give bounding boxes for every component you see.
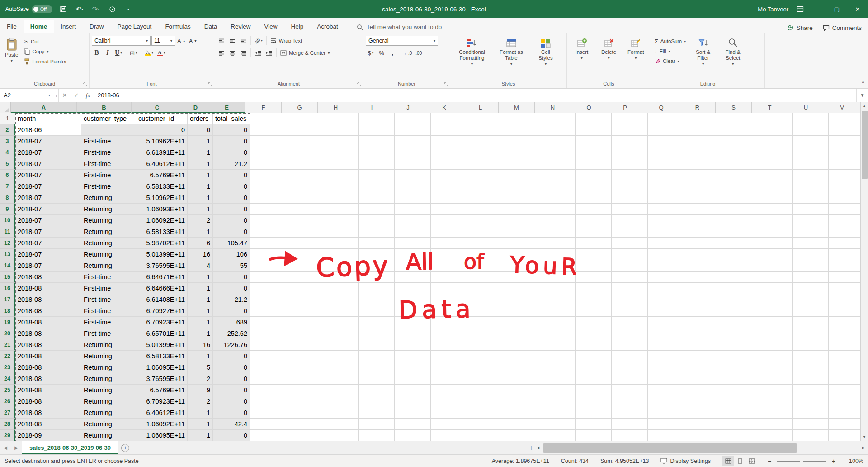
cell-E4[interactable]: 0	[213, 147, 250, 158]
cell-H29[interactable]	[322, 430, 359, 441]
cell-K19[interactable]	[431, 317, 467, 328]
cell-T12[interactable]	[756, 238, 793, 249]
cell-B27[interactable]: Returning	[81, 407, 136, 419]
cell-K29[interactable]	[431, 430, 467, 441]
cell-H24[interactable]	[322, 373, 359, 385]
cell-U28[interactable]	[793, 419, 829, 430]
cell-U10[interactable]	[793, 215, 829, 226]
confirm-entry-button[interactable]: ✓	[71, 89, 82, 102]
cell-A16[interactable]: 2018-08	[15, 283, 81, 294]
paste-button[interactable]: Paste ▾	[2, 36, 21, 65]
row-header-13[interactable]: 13	[0, 249, 15, 260]
row-header-5[interactable]: 5	[0, 158, 15, 170]
cell-L28[interactable]	[467, 419, 503, 430]
cell-R24[interactable]	[684, 373, 720, 385]
scroll-down-button[interactable]: ▼	[861, 433, 868, 441]
cell-J20[interactable]	[395, 328, 431, 339]
cell-B29[interactable]: Returning	[81, 430, 136, 441]
cell-M2[interactable]	[503, 124, 539, 136]
row-header-17[interactable]: 17	[0, 294, 15, 305]
row-header-25[interactable]: 25	[0, 385, 15, 396]
cell-D20[interactable]: 1	[188, 328, 213, 339]
zoom-percentage[interactable]: 100%	[844, 458, 863, 464]
cell-H16[interactable]	[322, 283, 359, 294]
cell-V7[interactable]	[829, 181, 860, 192]
cell-A26[interactable]: 2018-08	[15, 396, 81, 407]
cell-O29[interactable]	[576, 430, 612, 441]
cell-U26[interactable]	[793, 396, 829, 407]
tab-insert[interactable]: Insert	[54, 20, 83, 33]
align-middle-button[interactable]	[227, 36, 237, 46]
new-sheet-button[interactable]: +	[118, 441, 132, 454]
cell-G20[interactable]	[286, 328, 322, 339]
cell-J2[interactable]	[395, 124, 431, 136]
row-header-8[interactable]: 8	[0, 192, 15, 204]
cell-K24[interactable]	[431, 373, 467, 385]
display-settings-button[interactable]: Display Settings	[660, 458, 711, 464]
cell-K22[interactable]	[431, 351, 467, 362]
column-header-L[interactable]: L	[462, 102, 499, 113]
cell-U27[interactable]	[793, 407, 829, 419]
insert-function-button[interactable]: fx	[82, 89, 94, 102]
cell-N6[interactable]	[539, 170, 576, 181]
cell-T14[interactable]	[756, 260, 793, 272]
cell-S16[interactable]	[720, 283, 756, 294]
cell-B28[interactable]: Returning	[81, 419, 136, 430]
cell-I4[interactable]	[359, 147, 395, 158]
cell-I16[interactable]	[359, 283, 395, 294]
cell-Q29[interactable]	[648, 430, 684, 441]
column-header-V[interactable]: V	[824, 102, 860, 113]
cell-F26[interactable]	[250, 396, 286, 407]
cell-E23[interactable]: 0	[213, 362, 250, 373]
cell-R15[interactable]	[684, 272, 720, 283]
cell-K23[interactable]	[431, 362, 467, 373]
copy-button[interactable]: Copy ▾	[23, 47, 68, 57]
cell-M3[interactable]	[503, 136, 539, 147]
cell-F22[interactable]	[250, 351, 286, 362]
cell-H5[interactable]	[322, 158, 359, 170]
cell-B14[interactable]: Returning	[81, 260, 136, 272]
cell-C23[interactable]: 1.06095E+11	[136, 362, 188, 373]
align-bottom-button[interactable]	[238, 36, 248, 46]
cell-M12[interactable]	[503, 238, 539, 249]
cell-A7[interactable]: 2018-07	[15, 181, 81, 192]
cell-P29[interactable]	[612, 430, 648, 441]
cell-G25[interactable]	[286, 385, 322, 396]
cell-A21[interactable]: 2018-08	[15, 339, 81, 351]
conditional-formatting-button[interactable]: Conditional Formatting ▾	[453, 36, 491, 68]
cell-B3[interactable]: First-time	[81, 136, 136, 147]
cell-P3[interactable]	[612, 136, 648, 147]
tab-draw[interactable]: Draw	[83, 20, 111, 33]
cell-H27[interactable]	[322, 407, 359, 419]
cell-G29[interactable]	[286, 430, 322, 441]
cell-Q13[interactable]	[648, 249, 684, 260]
font-dialog-launcher[interactable]	[207, 81, 212, 87]
cell-D28[interactable]: 1	[188, 419, 213, 430]
formula-input[interactable]: 2018-06	[94, 89, 856, 102]
cell-A2[interactable]: 2018-06	[15, 124, 81, 136]
cell-R29[interactable]	[684, 430, 720, 441]
horizontal-scrollbar[interactable]	[542, 441, 859, 454]
alignment-dialog-launcher[interactable]	[356, 81, 362, 87]
cell-U5[interactable]	[793, 158, 829, 170]
cell-I5[interactable]	[359, 158, 395, 170]
cell-T13[interactable]	[756, 249, 793, 260]
cell-K27[interactable]	[431, 407, 467, 419]
scroll-up-button[interactable]: ▲	[861, 102, 868, 110]
cell-R7[interactable]	[684, 181, 720, 192]
cell-N8[interactable]	[539, 192, 576, 204]
zoom-slider-thumb[interactable]	[800, 458, 803, 464]
cell-A4[interactable]: 2018-07	[15, 147, 81, 158]
cell-I21[interactable]	[359, 339, 395, 351]
cell-L8[interactable]	[467, 192, 503, 204]
cell-G8[interactable]	[286, 192, 322, 204]
cell-K8[interactable]	[431, 192, 467, 204]
cell-F6[interactable]	[250, 170, 286, 181]
horizontal-scrollbar-resize-handle[interactable]: ⁞	[529, 441, 533, 454]
cell-O9[interactable]	[576, 204, 612, 215]
cell-B4[interactable]: First-time	[81, 147, 136, 158]
cell-B25[interactable]: Returning	[81, 385, 136, 396]
cell-J1[interactable]	[395, 113, 431, 124]
cell-D12[interactable]: 6	[188, 238, 213, 249]
cell-F7[interactable]	[250, 181, 286, 192]
